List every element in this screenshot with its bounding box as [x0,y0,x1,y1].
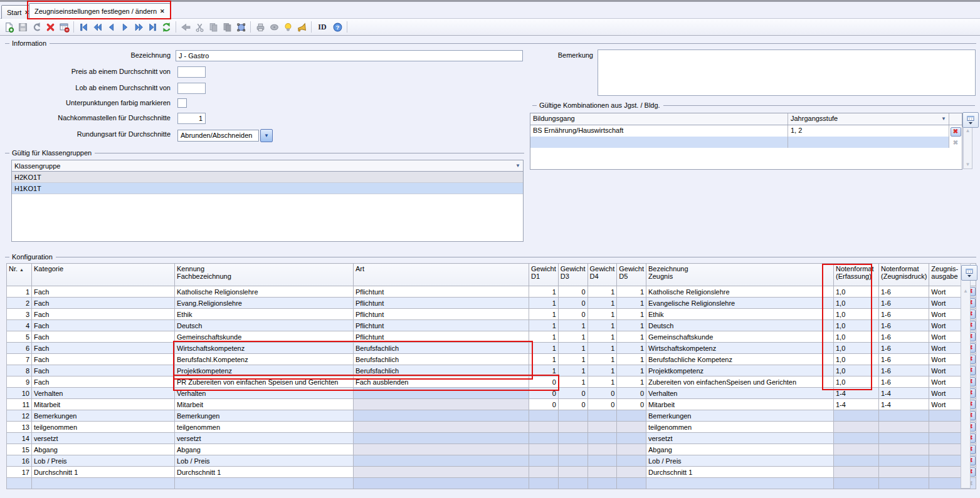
table-cell[interactable] [558,478,587,489]
table-cell[interactable]: 1 [558,365,587,376]
table-cell[interactable]: 0 [558,298,587,309]
table-cell[interactable]: Berufsfachlich [354,343,529,354]
table-cell[interactable] [879,444,929,455]
table-cell[interactable] [529,410,559,422]
table-cell[interactable]: Fach [32,354,175,365]
table-cell[interactable] [558,410,587,422]
table-cell[interactable]: Abgang [646,444,834,455]
table-cell[interactable]: Bemerkungen [175,410,354,422]
table-cell[interactable]: Wort [929,320,964,331]
nav-last-icon[interactable] [146,21,159,33]
table-cell[interactable]: Abgang [175,444,354,455]
table-cell[interactable]: Verhalten [175,388,354,399]
table-cell[interactable]: 1 [587,365,617,376]
table-cell[interactable]: Fach [32,343,175,354]
table-cell[interactable]: 11 [7,399,32,410]
preis-input[interactable] [177,66,206,78]
table-cell[interactable]: Fach [32,365,175,376]
tab-close-icon[interactable]: ✕ [160,8,165,14]
column-header[interactable]: Gewicht D4 [587,264,617,286]
table-cell[interactable]: Berufsfachlich [354,365,529,376]
nav-fast-prev-icon[interactable] [91,21,103,33]
table-cell[interactable]: Mitarbeit [175,399,354,410]
table-cell[interactable]: Mitarbeit [646,399,834,410]
table-cell[interactable] [558,444,587,455]
table-cell[interactable] [879,422,929,433]
table-cell[interactable] [175,478,354,489]
table-cell[interactable]: 1,0 [834,376,879,388]
hint-bulb-icon[interactable] [282,21,294,33]
id-button[interactable]: ID [315,21,330,33]
table-cell[interactable]: 1,0 [834,354,879,365]
table-cell[interactable]: Wort [929,286,964,298]
table-cell[interactable]: 1 [529,354,559,365]
column-header[interactable]: Zeugnis- ausgabe [929,264,964,286]
tab-zeugniseinstellungen[interactable]: Zeugniseinstellungen festlegen / ändern … [29,3,171,19]
table-cell[interactable]: 1-6 [879,376,929,388]
table-cell[interactable] [879,433,929,444]
table-cell[interactable]: 1 [558,320,587,331]
table-cell[interactable] [929,478,964,489]
table-cell[interactable] [834,433,879,444]
table-cell[interactable]: 1 [617,343,646,354]
table-cell[interactable]: Bemerkungen [646,410,834,422]
nav-fast-next-icon[interactable] [132,21,145,33]
table-cell[interactable]: Pflichtunt [354,286,529,298]
table-cell[interactable]: 1-6 [879,309,929,320]
table-cell[interactable]: 16 [7,455,32,467]
table-cell[interactable]: Projektkompetenz [646,365,834,376]
table-cell[interactable]: 1 [529,320,559,331]
table-cell[interactable]: teilgenommen [646,422,834,433]
table-cell[interactable] [587,444,617,455]
table-cell[interactable]: 1-4 [834,388,879,399]
table-cell[interactable] [834,455,879,467]
table-cell[interactable] [354,422,529,433]
table-cell[interactable]: Wort [929,365,964,376]
table-cell[interactable] [587,433,617,444]
table-cell[interactable]: Pflichtunt [354,309,529,320]
table-cell[interactable]: Wort [929,376,964,388]
table-cell[interactable]: PR Zubereiten von einfachen Speisen und … [175,376,354,388]
bildungsgang-cell[interactable] [530,137,788,148]
table-cell[interactable]: Berufsfachlich [354,354,529,365]
table-cell[interactable]: 1 [7,286,32,298]
table-cell[interactable] [587,467,617,478]
scroll-up-icon[interactable]: ▲ [963,289,968,294]
table-cell[interactable]: 1-6 [879,365,929,376]
table-cell[interactable] [834,422,879,433]
table-cell[interactable]: Wirtschaftskompetenz [175,343,354,354]
klassengruppen-header[interactable]: Klassengruppe ▼ [12,160,523,172]
table-cell[interactable]: Durchschnitt 1 [32,467,175,478]
table-cell[interactable]: Fach [32,309,175,320]
table-cell[interactable]: 1 [558,331,587,343]
table-cell[interactable] [834,467,879,478]
table-cell[interactable]: Bemerkungen [32,410,175,422]
table-cell[interactable]: 3 [7,309,32,320]
table-cell[interactable]: 1 [617,331,646,343]
table-cell[interactable]: 0 [558,286,587,298]
table-cell[interactable]: Gemeinschaftskunde [646,331,834,343]
table-cell[interactable] [587,478,617,489]
table-cell[interactable] [834,478,879,489]
nav-next-icon[interactable] [119,21,131,33]
bildungsgang-cell[interactable]: BS Ernährung/Hauswirtschaft [530,125,788,137]
klassengruppe-row[interactable]: H1KO1T [12,183,523,194]
table-cell[interactable]: Ethik [175,309,354,320]
table-cell[interactable]: Evangelische Religionslehre [646,298,834,309]
table-cell[interactable]: Wort [929,298,964,309]
column-header-jahrgangsstufe[interactable]: Jahrgangsstufe ▼ [788,113,949,125]
table-cell[interactable]: 1 [529,286,559,298]
help-icon[interactable]: ? [331,21,344,33]
table-cell[interactable] [529,478,559,489]
insert-row-button[interactable] [961,265,977,281]
table-cell[interactable]: 1 [558,343,587,354]
table-cell[interactable]: Abgang [32,444,175,455]
unterpunktungen-checkbox[interactable] [177,98,187,108]
table-cell[interactable]: Mitarbeit [32,399,175,410]
table-cell[interactable]: Katholische Religionslehre [646,286,834,298]
table-cell[interactable] [7,478,32,489]
table-cell[interactable]: 14 [7,433,32,444]
table-cell[interactable]: Wort [929,343,964,354]
nav-first-icon[interactable] [77,21,90,33]
table-cell[interactable] [529,422,559,433]
